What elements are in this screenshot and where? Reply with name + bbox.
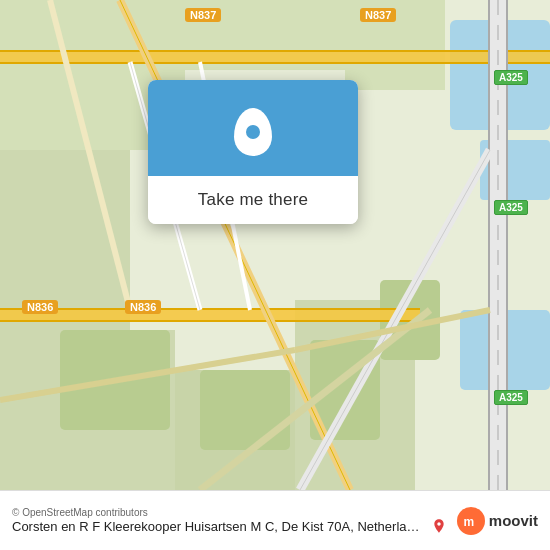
road-label-n836-2: N836	[125, 300, 161, 314]
svg-text:m: m	[463, 514, 474, 528]
location-name-suffix: 70A, Netherlands	[327, 519, 423, 534]
svg-rect-22	[0, 310, 420, 321]
moovit-text: moovit	[489, 512, 538, 529]
road-label-a325-1: A325	[494, 70, 528, 85]
svg-rect-19	[488, 0, 490, 490]
location-name-short: Corsten en R F Kleerekooper Huisartsen M…	[12, 519, 323, 534]
popup-header	[148, 80, 358, 176]
svg-rect-23	[0, 308, 420, 310]
road-label-n837-2: N837	[360, 8, 396, 22]
road-label-a325-2: A325	[494, 200, 528, 215]
svg-rect-17	[0, 62, 550, 64]
osm-credit: © OpenStreetMap contributors	[12, 507, 148, 518]
road-label-a325-3: A325	[494, 390, 528, 405]
svg-rect-9	[200, 370, 290, 450]
moovit-icon: m	[457, 507, 485, 535]
bottom-content: © OpenStreetMap contributors Corsten en …	[12, 507, 447, 534]
moovit-m-icon: m	[462, 512, 480, 530]
svg-rect-16	[0, 50, 550, 52]
map-container: N837 N837 N836 N836 A325 A325 A325 Take …	[0, 0, 550, 490]
bottom-bar: © OpenStreetMap contributors Corsten en …	[0, 490, 550, 550]
location-pin-icon	[234, 108, 272, 156]
take-me-there-button[interactable]: Take me there	[148, 176, 358, 224]
moovit-logo: m moovit	[457, 507, 538, 535]
location-name: Corsten en R F Kleerekooper Huisartsen M…	[12, 519, 423, 534]
svg-rect-24	[0, 320, 420, 322]
road-label-n836-1: N836	[22, 300, 58, 314]
popup-card: Take me there	[148, 80, 358, 224]
road-label-n837-1: N837	[185, 8, 221, 22]
small-pin-icon	[431, 518, 447, 534]
